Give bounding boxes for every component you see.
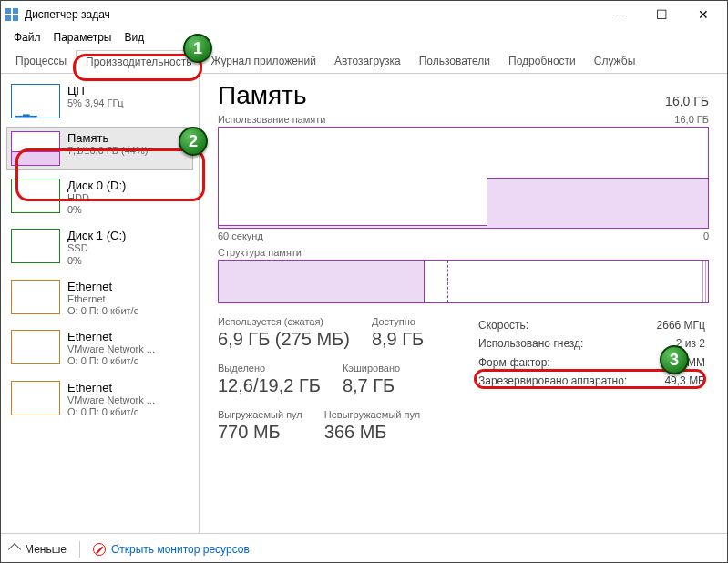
svg-rect-2 bbox=[5, 15, 11, 21]
tab-apphistory[interactable]: Журнал приложений bbox=[202, 50, 325, 73]
memory-details: Скорость:2666 МГц Использовано гнезд:2 и… bbox=[478, 316, 709, 456]
tabs: Процессы Производительность Журнал прило… bbox=[1, 46, 727, 74]
stat-available: 8,9 ГБ bbox=[372, 329, 424, 350]
svg-rect-0 bbox=[5, 8, 11, 14]
svg-rect-3 bbox=[13, 15, 18, 21]
eth1-thumb bbox=[11, 330, 60, 364]
titlebar: Диспетчер задач ─ ☐ ✕ bbox=[1, 1, 727, 28]
page-heading: Память bbox=[218, 81, 709, 110]
disk1-thumb bbox=[11, 229, 60, 263]
svg-rect-1 bbox=[13, 8, 18, 14]
menubar: Файл Параметры Вид bbox=[1, 28, 727, 46]
mem-title: Память bbox=[67, 131, 148, 145]
mem-sub: 7,1/16,0 ГБ (44%) bbox=[67, 145, 148, 157]
tab-users[interactable]: Пользователи bbox=[410, 50, 499, 73]
cpu-sub: 5% 3,94 ГГц bbox=[67, 97, 124, 109]
annotation-badge-1: 1 bbox=[183, 34, 212, 63]
sidebar-item-disk1[interactable]: Диск 1 (C:) SSD 0% bbox=[6, 224, 193, 271]
sidebar-item-eth0[interactable]: Ethernet Ethernet О: 0 П: 0 кбит/с bbox=[6, 275, 193, 322]
menu-view[interactable]: Вид bbox=[118, 29, 149, 46]
stat-cached: 8,7 ГБ bbox=[343, 375, 400, 396]
close-button[interactable]: ✕ bbox=[682, 1, 723, 28]
minimize-button[interactable]: ─ bbox=[600, 1, 641, 28]
tab-startup[interactable]: Автозагрузка bbox=[325, 50, 410, 73]
eth0-thumb bbox=[11, 280, 60, 314]
fewer-details-button[interactable]: Меньше bbox=[10, 543, 67, 556]
chart2-label: Структура памяти bbox=[218, 247, 302, 258]
tab-performance[interactable]: Производительность bbox=[76, 50, 201, 74]
eth2-thumb bbox=[11, 381, 60, 415]
val-hwreserved: 49,3 МБ bbox=[664, 372, 705, 390]
open-resource-monitor-link[interactable]: Открыть монитор ресурсов bbox=[93, 543, 250, 556]
memory-composition-chart bbox=[218, 260, 709, 303]
val-speed: 2666 МГц bbox=[657, 316, 705, 334]
main-panel: 16,0 ГБ Память Использование памяти 16,0… bbox=[200, 74, 727, 533]
sidebar: ▁▂▁ ЦП 5% 3,94 ГГц Память 7,1/16,0 ГБ (4… bbox=[1, 74, 200, 533]
mem-thumb bbox=[11, 131, 60, 166]
annotation-badge-3: 3 bbox=[660, 345, 689, 374]
tab-details[interactable]: Подробности bbox=[499, 50, 585, 73]
stat-paged: 770 МБ bbox=[218, 422, 302, 443]
app-icon bbox=[5, 7, 19, 22]
stat-committed: 12,6/19,2 ГБ bbox=[218, 375, 321, 396]
chart1-label: Использование памяти bbox=[218, 114, 325, 125]
disk0-title: Диск 0 (D:) bbox=[67, 179, 126, 192]
sidebar-item-eth1[interactable]: Ethernet VMware Network ... О: 0 П: 0 кб… bbox=[6, 325, 193, 372]
footer: Меньше Открыть монитор ресурсов bbox=[1, 533, 727, 563]
cpu-title: ЦП bbox=[67, 84, 124, 97]
sidebar-item-eth2[interactable]: Ethernet VMware Network ... О: 0 П: 0 кб… bbox=[6, 376, 193, 423]
resource-monitor-icon bbox=[93, 543, 106, 556]
sidebar-item-disk0[interactable]: Диск 0 (D:) HDD 0% bbox=[6, 174, 193, 220]
memory-usage-chart bbox=[218, 127, 709, 229]
tab-processes[interactable]: Процессы bbox=[6, 50, 76, 73]
stat-nonpaged: 366 МБ bbox=[324, 422, 420, 443]
memory-total: 16,0 ГБ bbox=[665, 94, 709, 108]
disk0-thumb bbox=[11, 179, 60, 213]
stat-used: 6,9 ГБ (275 МБ) bbox=[218, 329, 350, 350]
sidebar-item-cpu[interactable]: ▁▂▁ ЦП 5% 3,94 ГГц bbox=[6, 79, 193, 123]
disk1-title: Диск 1 (C:) bbox=[67, 229, 126, 242]
maximize-button[interactable]: ☐ bbox=[641, 1, 682, 28]
annotation-badge-2: 2 bbox=[179, 127, 208, 156]
tab-services[interactable]: Службы bbox=[585, 50, 644, 73]
sidebar-item-memory[interactable]: Память 7,1/16,0 ГБ (44%) bbox=[6, 127, 193, 170]
window-title: Диспетчер задач bbox=[25, 8, 110, 21]
chevron-up-icon bbox=[8, 542, 21, 555]
cpu-thumb: ▁▂▁ bbox=[11, 84, 60, 118]
chart1-right: 16,0 ГБ bbox=[674, 114, 709, 125]
menu-options[interactable]: Параметры bbox=[48, 29, 118, 46]
menu-file[interactable]: Файл bbox=[8, 29, 46, 46]
